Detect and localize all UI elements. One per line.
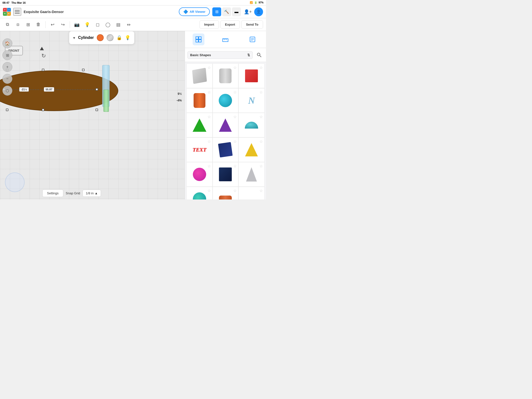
lock-icon[interactable]: 🔒 <box>116 35 122 40</box>
status-left: 08:47 Thu Mar 16 <box>2 1 26 4</box>
shape-sphere-magenta[interactable]: ☆ <box>186 162 213 187</box>
star-icon-s15[interactable]: ☆ <box>259 164 263 168</box>
align-button[interactable]: ▤ <box>114 20 123 29</box>
star-icon-s4[interactable]: ☆ <box>207 90 211 95</box>
build-view-button[interactable]: 🔨 <box>222 7 231 16</box>
right-panel-tabs <box>185 31 266 48</box>
shape-cylinder-gray[interactable]: ☆ <box>213 64 239 88</box>
star-icon-s16[interactable]: ☆ <box>207 188 211 193</box>
shapes-tab-button[interactable] <box>193 33 204 45</box>
star-icon-s12[interactable]: ☆ <box>259 139 263 144</box>
star-icon-s3[interactable]: ☆ <box>259 65 263 70</box>
shape-half-sphere[interactable]: ☆ <box>238 113 265 137</box>
shape-sphere-teal[interactable]: ☆ <box>213 88 239 113</box>
ar-viewer-label: AR Viewer <box>190 10 205 14</box>
color-picker-solid[interactable] <box>97 34 104 41</box>
snap-arrow-icon: ▲ <box>95 191 98 195</box>
light-icon[interactable]: 💡 <box>125 35 130 40</box>
duplicate-button[interactable]: ⧈ <box>13 20 22 29</box>
fit-view-button[interactable]: ⊞ <box>2 50 12 60</box>
hole-button[interactable]: ◯ <box>103 20 112 29</box>
shape-letter-n[interactable]: N ☆ <box>238 88 265 113</box>
dropdown-arrow-icon: ⇅ <box>247 53 250 57</box>
shape-category-dropdown[interactable]: Basic Shapes ⇅ <box>187 51 253 59</box>
menu-button[interactable] <box>13 8 21 16</box>
shape-cone-gray[interactable]: ☆ <box>238 162 265 187</box>
notes-tab-button[interactable] <box>247 33 258 45</box>
shape-sphere-teal-2[interactable]: ☆ <box>186 187 213 200</box>
shape-pyramid-purple[interactable]: ☆ <box>213 113 239 137</box>
star-icon-s7[interactable]: ☆ <box>207 115 211 119</box>
mirror-button[interactable]: ⇔ <box>124 20 133 29</box>
grid-icon <box>195 36 202 43</box>
canvas-area[interactable]: ▾ Cylinder 🔒 💡 FRONT ↻ -21½ 55.87 9½ -4%… <box>0 31 185 200</box>
color-picker-hole[interactable] <box>107 34 114 41</box>
ruler-tab-button[interactable] <box>219 33 231 45</box>
import-button[interactable]: Import <box>200 20 219 29</box>
settings-button[interactable]: Settings <box>42 189 63 197</box>
3d-view-button[interactable]: ⬡ <box>2 86 12 96</box>
handle-bot-left[interactable] <box>6 109 8 111</box>
search-button[interactable] <box>255 50 264 59</box>
zoom-in-button[interactable]: + <box>2 62 12 72</box>
camera-button[interactable]: 📷 <box>72 20 81 29</box>
star-icon-s11[interactable]: ☆ <box>233 139 237 144</box>
shape-cylinder-orange[interactable]: ☆ <box>186 88 213 113</box>
send-to-button[interactable]: Send To <box>241 20 263 29</box>
svg-rect-1 <box>199 37 201 39</box>
star-icon-s1[interactable]: ☆ <box>207 65 211 70</box>
snap-value: 1/8 in <box>86 191 94 195</box>
rotation-arrow: ↻ <box>41 53 46 59</box>
redo-button[interactable]: ↪ <box>58 20 67 29</box>
notes-icon <box>249 36 256 43</box>
handle-top-right[interactable] <box>82 69 84 71</box>
snap-grid-select[interactable]: 1/8 in ▲ <box>83 190 101 197</box>
handle-mid-right[interactable] <box>96 88 98 91</box>
export-button[interactable]: Export <box>220 20 240 29</box>
handle-top-mid[interactable] <box>42 69 44 71</box>
shape-box-dark-navy[interactable]: ☆ <box>213 162 239 187</box>
star-icon-s17[interactable]: ☆ <box>233 188 237 193</box>
star-icon-s5[interactable]: ☆ <box>233 90 237 95</box>
code-view-button[interactable]: ▬ <box>232 7 241 16</box>
shape-box-gray[interactable]: ☆ <box>186 64 213 88</box>
grid-view-button[interactable]: ⊞ <box>212 7 221 16</box>
star-icon-s6[interactable]: ☆ <box>259 90 263 95</box>
shape-donut-orange[interactable]: ☆ <box>213 187 239 200</box>
shape-text-red[interactable]: TEXT ☆ <box>186 137 213 162</box>
panel-dropdown[interactable]: ▾ <box>73 35 75 40</box>
view-buttons: ⊞ 🔨 ▬ <box>212 7 241 16</box>
ar-viewer-button[interactable]: 🔷 AR Viewer <box>179 7 210 16</box>
shape-sphere-teal-visual <box>219 94 232 107</box>
shape-pyramid-green[interactable]: ☆ <box>186 113 213 137</box>
toolbar-right: Import Export Send To <box>200 20 263 29</box>
star-icon-s10[interactable]: ☆ <box>207 139 211 144</box>
shape-pyramid-yellow[interactable]: ☆ <box>238 137 265 162</box>
star-icon-s13[interactable]: ☆ <box>207 164 211 168</box>
star-icon-s2[interactable]: ☆ <box>233 65 237 70</box>
status-bar: 08:47 Thu Mar 16 📶 🔋 97% <box>0 0 266 5</box>
delete-button[interactable]: 🗑 <box>34 20 43 29</box>
stack-button[interactable]: ⊞ <box>24 20 33 29</box>
copy-button[interactable]: ⧉ <box>3 20 12 29</box>
handle-bot-mid[interactable] <box>42 109 44 111</box>
star-icon-s8[interactable]: ☆ <box>233 115 237 119</box>
separator-2 <box>70 21 70 28</box>
shape-box-red[interactable]: ☆ <box>238 64 265 88</box>
shape-placeholder[interactable]: ☆ <box>238 187 265 200</box>
zoom-out-button[interactable]: − <box>2 74 12 84</box>
undo-button[interactable]: ↩ <box>48 20 57 29</box>
user-avatar[interactable]: 👤 <box>254 7 263 16</box>
star-icon-s9[interactable]: ☆ <box>259 115 263 119</box>
dimension-x: -21½ <box>19 87 29 92</box>
add-user-button[interactable]: 👤+ <box>243 7 252 16</box>
handle-bot-right[interactable] <box>96 109 98 111</box>
home-view-button[interactable]: 🏠 <box>2 38 12 48</box>
star-icon-s14[interactable]: ☆ <box>233 164 237 168</box>
shape-button[interactable]: ◻ <box>93 20 102 29</box>
light-button[interactable]: 💡 <box>83 20 92 29</box>
shape-box-navy[interactable]: ☆ <box>213 137 239 162</box>
star-icon-s18[interactable]: ☆ <box>259 188 263 193</box>
tinkercad-logo[interactable]: T I N K <box>3 8 11 16</box>
green-prism-object[interactable] <box>103 90 109 112</box>
